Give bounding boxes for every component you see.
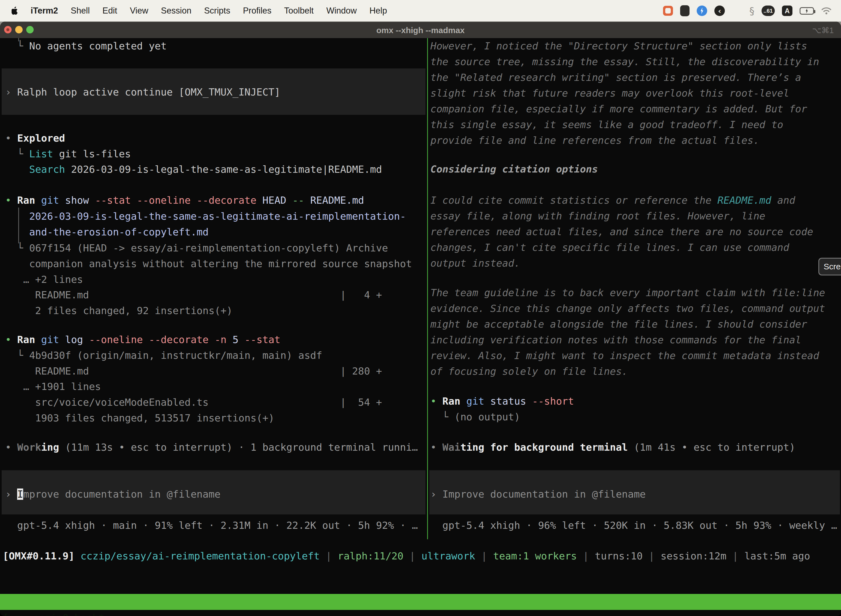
status-token: | [403,550,421,562]
window-title: omx --xhigh --madmax [0,22,841,39]
text-token [5,164,29,175]
text-token: └ [431,411,454,422]
status-token: ralph:11/20 [338,550,403,562]
text-token: Wai [442,441,460,453]
agents-status-line: └ No agents completed yet [5,38,426,54]
git-show-command: • Ran git show --stat --oneline --decora… [5,192,426,208]
text-token: --oneline --decorate [89,334,208,345]
menu-item[interactable]: iTerm2 [24,6,64,16]
git-log-stat-line: src/voice/voiceModeEnabled.ts | 54 + [5,395,426,410]
circle-chevron-icon[interactable]: ‹ [714,6,725,16]
thinking-heading: Considering citation options [431,161,840,177]
text-token: Search [29,164,65,175]
text-token: --stat [245,334,280,345]
window-title-bar[interactable]: omx --xhigh --madmax ⌥⌘1 [0,22,841,38]
menu-bar-status-icons: ‹ § ..61 A [663,5,833,16]
text-token: I could cite commit statistics or refere… [431,195,717,206]
stat-badge[interactable]: ..61 [762,6,775,16]
text-token: git ls-files [53,148,131,160]
thinking-line: output instead. [431,255,840,271]
git-show-more-line: … +2 lines [5,271,426,287]
right-prompt-input[interactable]: › Improve documentation in @filename [431,486,840,502]
hook-icon[interactable]: § [749,5,755,16]
text-token [460,396,466,407]
git-log-more-line: … +1901 lines [5,378,426,395]
text-token: └ [5,40,29,51]
text-token: and-the-erosion-of-copyleft.md [5,226,209,238]
menu-item[interactable]: Edit [96,6,123,16]
text-token: … +2 lines [5,274,83,285]
thinking-line: of focusing solely on file lines. [431,364,840,379]
text-token: README.md | 4 + [5,289,382,301]
blue-bolt-badge-icon[interactable] [697,6,707,16]
screen-capture-overlay-button[interactable]: Scre [818,258,841,276]
menu-item[interactable]: Scripts [198,6,237,16]
window-shortcut-badge: ⌥⌘1 [812,22,834,39]
text-token: README.md | 280 + [5,365,382,377]
menu-item[interactable]: Shell [64,6,96,16]
text-token: › [5,87,17,98]
status-token: | [320,550,338,562]
thinking-line: might be acceptable alongside the file l… [431,316,840,332]
text-token: Ran [17,334,35,345]
left-prompt-input[interactable]: › Improve documentation in @filename [5,486,426,502]
text-token: • [431,441,442,453]
text-token: --stat --oneline --decorate [95,195,256,206]
text-token: 1903 files changed, 513517 insertions(+) [5,412,274,424]
pane-divider[interactable] [427,38,428,539]
text-token: --short [532,396,574,407]
status-token: | [643,550,661,562]
text-token: • [5,441,17,453]
tmux-session-label: [omx-cczip0:bash* [3,610,104,616]
status-token: ultrawork [421,550,475,562]
no-output-line: └ (no output) [431,409,840,425]
text-token: • [5,195,17,206]
thinking-paragraph: The team guideline is to back every impo… [431,285,840,379]
text-token: -- [292,195,304,206]
thinking-line: evidence. Since this change only affects… [431,301,840,316]
dots-grid-icon[interactable] [732,6,742,16]
keyboard-layout-icon[interactable]: A [782,6,793,16]
menu-item[interactable]: Toolbelt [278,6,320,16]
git-log-stat-line: 1903 files changed, 513517 insertions(+) [5,410,426,426]
text-token: -n [215,334,227,345]
apple-menu-icon[interactable] [12,6,19,15]
text-token: ing [41,441,59,453]
status-token [75,550,81,562]
menu-item[interactable]: Session [154,6,198,16]
text-token: git [466,396,484,407]
text-token: 5 [227,334,245,345]
text-token: status [484,396,532,407]
text-token: src/voice/voiceModeEnabled.ts | 54 + [5,397,382,408]
status-token: | [577,550,595,562]
status-token: | [727,550,744,562]
text-token: Ran [17,195,35,206]
left-model-status-line: gpt-5.4 xhigh · main · 91% left · 2.31M … [5,518,426,533]
text-token: Explored [17,132,65,144]
status-token: [OMX#0.11.9] [3,550,75,562]
status-token: session:12m [661,550,726,562]
screen-recording-indicator-icon[interactable] [663,6,673,16]
iterm-window: omx --xhigh --madmax ⌥⌘1 └ No agents com… [0,22,841,616]
git-log-commit-line: └ 4b9d30f (origin/main, instructkr/main,… [5,348,426,363]
menu-item[interactable]: Profiles [236,6,278,16]
menu-item[interactable]: Window [320,6,363,16]
menu-item[interactable]: View [124,6,155,16]
text-token: 2 files changed, 92 insertions(+) [5,305,233,316]
text-token: No agents completed yet [29,40,167,51]
git-status-command: • Ran git status --short [431,393,840,409]
battery-icon[interactable] [800,7,814,15]
thinking-line: companion file, especially if more comme… [431,101,840,117]
thinking-line: review. Also, I might want to inspect th… [431,348,840,364]
menu-item[interactable]: Help [363,6,393,16]
git-show-filename-line: and-the-erosion-of-copyleft.md [5,224,426,240]
status-token: team:1 workers [493,550,577,562]
shield-grid-icon[interactable] [680,5,690,16]
text-token: git [41,334,59,345]
text-token: README.md [304,195,364,206]
text-token: List [29,148,53,160]
thinking-line: including verification notes with those … [431,332,840,348]
ralph-loop-line: › Ralph loop active continue [OMX_TMUX_I… [5,84,426,100]
wifi-icon[interactable] [821,7,832,15]
thinking-line: this single essay, it seems like a good … [431,117,840,132]
